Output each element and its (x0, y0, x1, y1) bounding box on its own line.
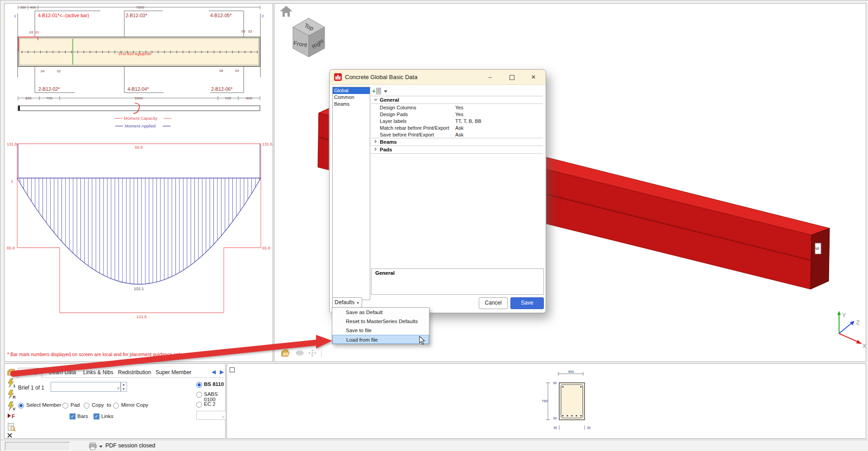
layers-icon[interactable] (296, 351, 303, 355)
node-1: 1 (14, 14, 16, 18)
mark-06-bottom-right: 06 (219, 69, 223, 73)
radio-mirror-copy[interactable] (113, 403, 119, 409)
dim-725-left: 725 (46, 96, 52, 100)
group-beams[interactable]: Beams (371, 138, 543, 146)
tab-links-nibs[interactable]: Links & Nibs (79, 368, 118, 377)
chevron-right-icon[interactable] (371, 140, 380, 144)
radio-bs8110[interactable] (196, 382, 202, 388)
design-1-icon[interactable]: 1 (7, 378, 16, 387)
country-combo[interactable]: UK ∨ (196, 411, 226, 420)
radio-select-member[interactable] (18, 403, 24, 409)
tree-item-common[interactable]: Common (333, 94, 370, 101)
radio-pad[interactable] (62, 403, 68, 409)
tab-briefs[interactable]: Briefs (18, 368, 42, 378)
defaults-button[interactable]: Defaults ▼ (332, 297, 362, 308)
prop-value[interactable]: Yes (455, 112, 463, 117)
dialog-titlebar[interactable]: Concrete Global Basic Data – ✕ (330, 70, 546, 85)
prop-value[interactable]: Ask (455, 125, 463, 131)
design-v-icon[interactable]: V (7, 401, 16, 410)
prop-value[interactable]: Yes (455, 105, 463, 110)
cancel-button[interactable]: Cancel (479, 297, 508, 309)
forces-icon[interactable]: F (7, 412, 16, 421)
checkbox-links[interactable] (94, 413, 99, 419)
print-preview-icon[interactable] (7, 423, 16, 432)
property-row[interactable]: Design Pads Yes (371, 111, 543, 117)
maximize-button[interactable] (505, 73, 519, 82)
tab-super-member[interactable]: Super Member (151, 368, 196, 377)
brief-counter-label: Brief 1 of 1 (18, 385, 44, 391)
group-pads[interactable]: Pads (371, 146, 543, 154)
tab-beam-data[interactable]: Beam Data (44, 368, 80, 377)
applied-peak-value: 102.1 (134, 287, 144, 291)
axis-triad: Y Z X (830, 307, 868, 349)
save-button[interactable]: Save (510, 297, 544, 309)
menu-item-save-to-file[interactable]: Save to file (332, 326, 429, 335)
member-combo[interactable]: 00001 Member CB L1 Id 1 @ Leve ∨ (51, 382, 121, 392)
property-row[interactable]: Match rebar before Print/Export Ask (371, 124, 543, 131)
chevron-down-icon: ∨ (117, 384, 120, 392)
add-category-icon[interactable]: + (372, 87, 390, 95)
svg-text:1: 1 (13, 384, 15, 387)
cover-top: 30 (553, 381, 557, 385)
bar-label-active[interactable]: 4-B12-01*<--(active bar) (38, 13, 89, 18)
stirrup-note: 37x2 B10 legs@250 (118, 52, 151, 56)
property-row[interactable]: Save before Print/Export Ask (371, 131, 543, 138)
section-width-value: 400 (568, 370, 574, 374)
dim-5900: 5900 (135, 96, 143, 100)
tab-scroll-right-icon[interactable]: ▶ (220, 369, 224, 375)
bar-label-bottom-3[interactable]: 2-B12-06* (211, 86, 232, 92)
open-brief-icon[interactable] (7, 367, 16, 376)
tab-scroll-left-icon[interactable]: ◀ (212, 369, 216, 375)
dialog-title: Concrete Global Basic Data (345, 74, 417, 80)
brief-spinner[interactable]: ▲▼ (120, 382, 127, 392)
svg-text:F: F (12, 413, 15, 419)
radio-copy-to[interactable] (84, 403, 90, 409)
dim-7500: 7500 (136, 5, 144, 9)
group-general[interactable]: General (371, 96, 543, 104)
prop-value[interactable]: Ask (455, 132, 463, 137)
checkbox-bars[interactable] (70, 413, 75, 419)
bar-label-bottom-1[interactable]: 2-B12-02* (38, 86, 60, 92)
brief-controls-panel: 1 R V F Briefs Beam Data Links & Nibs (4, 363, 226, 439)
defaults-button-label: Defaults (335, 299, 354, 305)
tree-item-beams[interactable]: Beams (333, 101, 370, 108)
dim-825-right: 825 (246, 96, 252, 100)
section-height-value: 750 (542, 399, 548, 403)
chevron-down-icon: ∨ (222, 413, 225, 420)
legend-applied: Moment Applied (125, 123, 156, 128)
bar-mark-note: * Bar mark numbers displayed on screen a… (7, 352, 183, 357)
beam-member-tag-text: 9 (815, 247, 820, 250)
folder-open-icon[interactable] (282, 350, 289, 356)
property-row[interactable]: Design Columns Yes (371, 104, 543, 111)
capacity-value-right: 131.6 (262, 142, 273, 146)
bar-label-bottom-2[interactable]: 4-B12-04* (127, 86, 149, 92)
printer-icon[interactable] (89, 442, 104, 450)
section-select-box[interactable] (230, 367, 235, 372)
svg-text:V: V (13, 407, 15, 410)
mark-04-bottom-left: 04 (41, 69, 44, 73)
minimize-button[interactable]: – (483, 73, 497, 82)
view-toolbar[interactable] (281, 348, 330, 359)
menu-item-save-as-default[interactable]: Save as Default (332, 308, 429, 317)
mark-01-top-left: 01 (35, 30, 39, 34)
bar-label-top-2[interactable]: 2-B12-03* (126, 13, 147, 18)
radio-sabs0100[interactable] (196, 392, 202, 398)
pan-icon[interactable] (308, 349, 316, 357)
design-r-icon[interactable]: R (7, 390, 16, 399)
menu-item-load-from-file[interactable]: Load from file (332, 335, 429, 344)
radio-mirror-copy-label: Mirror Copy (121, 402, 148, 408)
chevron-down-icon[interactable] (371, 98, 380, 102)
property-row[interactable]: Layer labels TT, T, B, BB (371, 117, 543, 124)
bar-label-top-3[interactable]: 4-B12-05* (210, 13, 231, 18)
tree-item-global[interactable]: Global (333, 87, 370, 94)
application-window: 350 400 7500 1 2 4-B12-01*<--(active bar… (0, 0, 868, 451)
prop-value[interactable]: TT, T, B, BB (455, 118, 481, 124)
tab-redistribution[interactable]: Redistribution (113, 368, 156, 377)
close-button[interactable]: ✕ (527, 73, 540, 82)
legend-capacity: Moment Capacity (124, 116, 157, 121)
radio-ec2[interactable] (196, 402, 202, 408)
chevron-right-icon[interactable] (371, 147, 380, 152)
support-number: 1 (11, 179, 13, 183)
menu-item-reset-masterseries-defaults[interactable]: Reset to MasterSeries Defaults (332, 317, 429, 326)
capacity-bottom-value: 131.6 (137, 315, 147, 319)
